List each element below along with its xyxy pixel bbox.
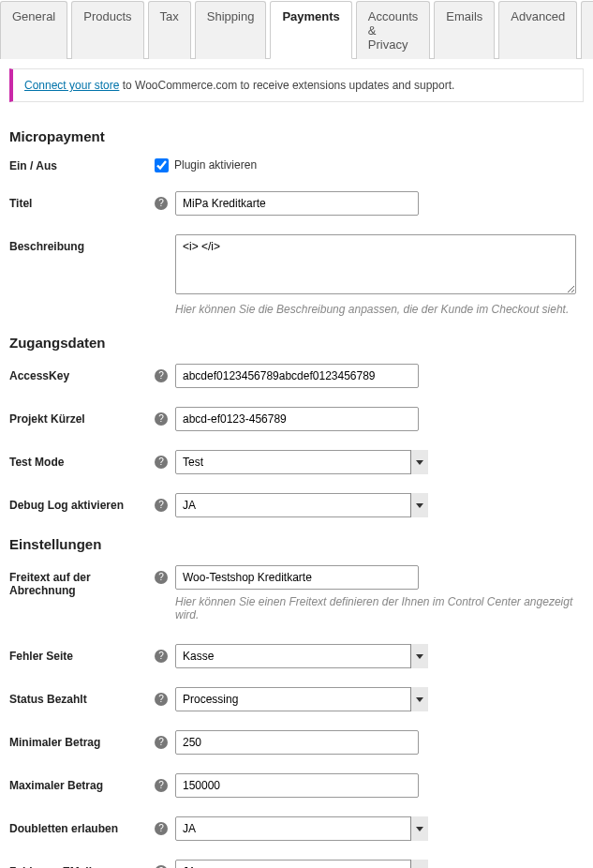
label-enable: Ein / Aus — [9, 157, 155, 172]
row-debuglog: Debug Log aktivieren ? JA — [9, 493, 584, 517]
row-title: Titel ? — [9, 191, 584, 216]
help-icon[interactable]: ? — [155, 822, 168, 835]
row-max: Maximaler Betrag ? — [9, 773, 584, 798]
help-icon[interactable]: ? — [155, 197, 168, 210]
row-emails: Zahlungs EMails ? JA — [9, 860, 584, 868]
label-projekt: Projekt Kürzel — [9, 407, 155, 426]
row-min: Minimaler Betrag ? — [9, 730, 584, 755]
label-freitext: Freitext auf der Abrechnung — [9, 565, 155, 597]
label-status: Status Bezahlt — [9, 687, 155, 706]
label-debuglog: Debug Log aktivieren — [9, 493, 155, 512]
help-icon[interactable]: ? — [155, 736, 168, 749]
tab-subscriptions[interactable]: Subscriptions — [581, 1, 593, 59]
help-icon[interactable]: ? — [155, 456, 168, 469]
help-icon[interactable]: ? — [155, 693, 168, 706]
tab-products[interactable]: Products — [71, 1, 143, 59]
tab-payments[interactable]: Payments — [270, 1, 351, 59]
tab-emails[interactable]: Emails — [434, 1, 495, 59]
enable-checkbox-wrap[interactable]: Plugin aktivieren — [155, 157, 257, 172]
label-description: Beschreibung — [9, 234, 155, 253]
emails-select[interactable]: JA — [175, 860, 428, 868]
accesskey-input[interactable] — [175, 364, 419, 388]
notice-text: to WooCommerce.com to receive extensions… — [119, 79, 454, 92]
label-emails: Zahlungs EMails — [9, 860, 155, 868]
freitext-input[interactable] — [175, 565, 419, 590]
testmode-select[interactable]: Test — [175, 450, 428, 474]
settings-tabs: GeneralProductsTaxShippingPaymentsAccoun… — [0, 0, 593, 59]
title-input[interactable] — [175, 191, 419, 216]
help-icon[interactable]: ? — [155, 779, 168, 792]
help-icon[interactable]: ? — [155, 499, 168, 512]
help-icon[interactable]: ? — [155, 650, 168, 663]
row-doubletten: Doubletten erlauben ? JA — [9, 816, 584, 841]
doubletten-select[interactable]: JA — [175, 816, 428, 841]
row-testmode: Test Mode ? Test — [9, 450, 584, 474]
projekt-input[interactable] — [175, 407, 419, 431]
label-title: Titel — [9, 191, 155, 210]
label-min: Minimaler Betrag — [9, 730, 155, 749]
enable-checkbox-label: Plugin aktivieren — [174, 158, 257, 172]
section-einstellungen: Einstellungen — [9, 536, 584, 552]
tab-accounts-privacy[interactable]: Accounts & Privacy — [356, 1, 430, 59]
row-freitext: Freitext auf der Abrechnung ? Hier könne… — [9, 565, 584, 621]
fehlerseite-select[interactable]: Kasse — [175, 644, 428, 668]
tab-tax[interactable]: Tax — [148, 1, 191, 59]
enable-checkbox[interactable] — [155, 158, 169, 172]
min-input[interactable] — [175, 730, 419, 755]
label-doubletten: Doubletten erlauben — [9, 816, 155, 835]
connect-notice: Connect your store to WooCommerce.com to… — [9, 68, 584, 102]
section-micropayment: Micropayment — [9, 128, 584, 144]
help-icon[interactable]: ? — [155, 412, 168, 426]
row-status: Status Bezahlt ? Processing — [9, 687, 584, 711]
max-input[interactable] — [175, 773, 419, 798]
description-help: Hier können Sie die Beschreibung anpasse… — [175, 303, 584, 316]
settings-content: Micropayment Ein / Aus Plugin aktivieren… — [0, 102, 593, 868]
label-fehlerseite: Fehler Seite — [9, 644, 155, 663]
row-projekt: Projekt Kürzel ? — [9, 407, 584, 431]
description-textarea[interactable]: <i> </i> — [175, 234, 576, 294]
label-testmode: Test Mode — [9, 450, 155, 469]
debuglog-select[interactable]: JA — [175, 493, 428, 517]
tab-general[interactable]: General — [0, 1, 67, 59]
row-enable: Ein / Aus Plugin aktivieren — [9, 157, 584, 172]
status-select[interactable]: Processing — [175, 687, 428, 711]
freitext-help: Hier können Sie einen Freitext definiere… — [175, 595, 584, 621]
tab-shipping[interactable]: Shipping — [195, 1, 267, 59]
help-icon[interactable]: ? — [155, 369, 168, 382]
row-accesskey: AccessKey ? — [9, 364, 584, 388]
section-zugangsdaten: Zugangsdaten — [9, 335, 584, 351]
tab-advanced[interactable]: Advanced — [498, 1, 577, 59]
connect-store-link[interactable]: Connect your store — [24, 79, 119, 92]
help-icon[interactable]: ? — [155, 571, 168, 584]
row-fehlerseite: Fehler Seite ? Kasse — [9, 644, 584, 668]
label-max: Maximaler Betrag — [9, 773, 155, 792]
label-accesskey: AccessKey — [9, 364, 155, 382]
row-description: Beschreibung <i> </i> Hier können Sie di… — [9, 234, 584, 316]
